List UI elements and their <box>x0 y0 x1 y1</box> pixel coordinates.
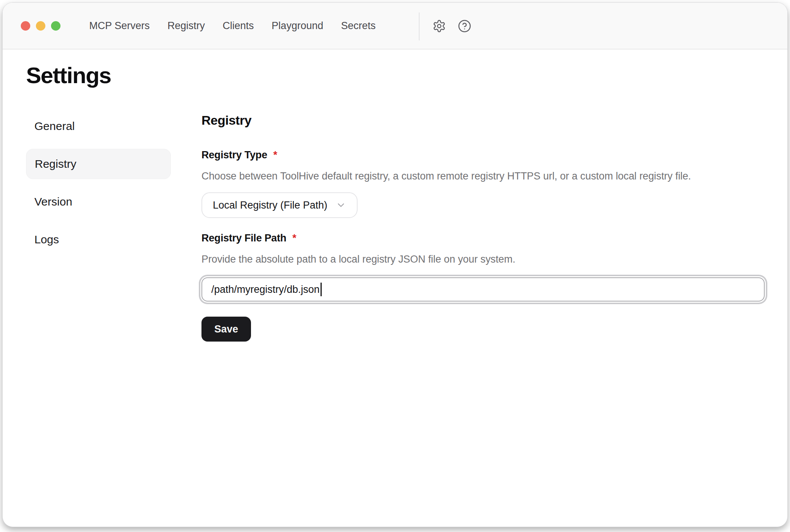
save-button[interactable]: Save <box>201 317 251 342</box>
traffic-lights <box>21 21 60 31</box>
registry-file-path-input[interactable]: /path/myregistry/db.json <box>201 277 765 302</box>
titlebar: MCP Servers Registry Clients Playground … <box>3 3 787 49</box>
registry-file-path-value: /path/myregistry/db.json <box>211 284 320 295</box>
registry-type-field: Registry Type * Choose between ToolHive … <box>201 148 768 218</box>
registry-file-path-description: Provide the absolute path to a local reg… <box>201 253 768 266</box>
minimize-window-button[interactable] <box>36 21 45 31</box>
titlebar-divider <box>419 12 420 40</box>
registry-type-label: Registry Type <box>201 148 267 161</box>
help-icon[interactable] <box>456 18 473 34</box>
sidebar-item-general[interactable]: General <box>26 111 171 141</box>
nav-item-registry[interactable]: Registry <box>167 20 205 32</box>
app-window: MCP Servers Registry Clients Playground … <box>2 2 788 527</box>
text-cursor <box>321 283 322 296</box>
registry-type-description: Choose between ToolHive default registry… <box>201 170 768 182</box>
settings-sidebar: General Registry Version Logs <box>26 111 171 255</box>
nav-item-playground[interactable]: Playground <box>272 20 324 32</box>
registry-file-path-label: Registry File Path <box>201 232 286 244</box>
chevron-down-icon <box>336 200 346 210</box>
top-navigation: MCP Servers Registry Clients Playground … <box>89 20 376 32</box>
zoom-window-button[interactable] <box>51 21 60 31</box>
sidebar-item-registry[interactable]: Registry <box>26 149 171 179</box>
nav-item-secrets[interactable]: Secrets <box>341 20 376 32</box>
required-asterisk: * <box>292 232 296 244</box>
registry-type-selected-value: Local Registry (File Path) <box>213 200 327 211</box>
section-title: Registry <box>201 112 768 128</box>
registry-file-path-field: Registry File Path * Provide the absolut… <box>201 232 768 302</box>
registry-settings-panel: Registry Registry Type * Choose between … <box>201 112 768 342</box>
nav-item-clients[interactable]: Clients <box>223 20 254 32</box>
page-title: Settings <box>26 62 111 88</box>
settings-gear-icon[interactable] <box>431 18 448 34</box>
required-asterisk: * <box>273 148 277 161</box>
registry-type-select[interactable]: Local Registry (File Path) <box>201 192 358 218</box>
sidebar-item-version[interactable]: Version <box>26 187 171 217</box>
nav-item-mcp-servers[interactable]: MCP Servers <box>89 20 150 32</box>
close-window-button[interactable] <box>21 21 30 31</box>
sidebar-item-logs[interactable]: Logs <box>26 224 171 255</box>
